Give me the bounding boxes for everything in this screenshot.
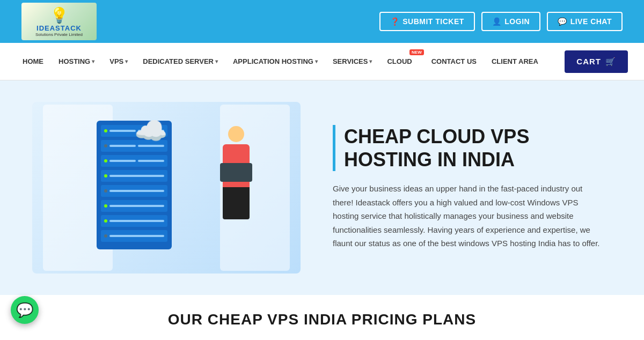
login-button[interactable]: 👤 LOGIN	[481, 12, 540, 31]
rack-unit	[101, 155, 167, 167]
rack-stripe	[109, 160, 136, 162]
nav-home-label: HOME	[23, 57, 43, 65]
rack-stripe	[109, 130, 136, 132]
server-illustration: ☁️	[43, 105, 290, 271]
hero-title-line1: CHEAP CLOUD VPS	[344, 125, 529, 147]
login-icon: 👤	[492, 17, 502, 26]
rack-stripe	[109, 235, 164, 237]
cart-button[interactable]: CART 🛒	[565, 50, 628, 73]
rack-light	[104, 159, 107, 162]
person-head	[228, 126, 244, 142]
nav-cloud[interactable]: CLOUD NEW	[380, 43, 422, 80]
rack-unit	[101, 230, 167, 242]
cart-icon: 🛒	[605, 57, 616, 66]
live-chat-button[interactable]: 💬 LIVE CHAT	[547, 12, 623, 31]
rack-light	[104, 219, 107, 223]
rack-unit	[101, 215, 167, 227]
rack-light	[104, 144, 107, 147]
nav-client-label: CLIENT AREA	[492, 57, 538, 65]
whatsapp-icon: 💬	[16, 302, 33, 319]
submit-ticket-button[interactable]: ❓ SUBMIT TICKET	[379, 12, 475, 31]
brand-subtitle: Solutions Private Limited	[35, 32, 83, 37]
top-buttons: ❓ SUBMIT TICKET 👤 LOGIN 💬 LIVE CHAT	[379, 12, 623, 31]
person-body	[223, 144, 250, 187]
logo[interactable]: 💡 IDEASTACK Solutions Private Limited	[21, 3, 97, 40]
rack-light	[104, 189, 107, 193]
chevron-down-icon: ▾	[369, 58, 372, 64]
rack-stripe	[109, 145, 136, 147]
rack-light	[104, 174, 107, 178]
rack-unit	[101, 185, 167, 197]
nav-services[interactable]: SERVICES ▾	[326, 43, 379, 80]
rack-unit	[101, 170, 167, 182]
rack-stripe	[138, 160, 164, 162]
nav-cloud-label: CLOUD	[387, 57, 412, 65]
top-bar: 💡 IDEASTACK Solutions Private Limited ❓ …	[0, 0, 644, 43]
rack-stripe	[109, 205, 164, 207]
hero-title-line2: HOSTING IN INDIA	[344, 149, 515, 171]
nav-client-area[interactable]: CLIENT AREA	[485, 43, 545, 80]
hero-title: CHEAP CLOUD VPS HOSTING IN INDIA	[344, 125, 612, 171]
nav-application-hosting[interactable]: APPLICATION HOSTING ▾	[226, 43, 324, 80]
nav-dedicated-server[interactable]: DEDICATED SERVER ▾	[136, 43, 224, 80]
nav-hosting-label: HOSTING	[58, 57, 90, 65]
nav-bar: HOME HOSTING ▾ VPS ▾ DEDICATED SERVER ▾ …	[0, 43, 644, 80]
new-badge: NEW	[409, 49, 424, 55]
person-figure	[215, 126, 258, 244]
hero-image: ☁️	[32, 102, 301, 274]
nav-home[interactable]: HOME	[16, 43, 50, 80]
nav-links: HOME HOSTING ▾ VPS ▾ DEDICATED SERVER ▾ …	[16, 43, 545, 80]
rack-light	[104, 129, 107, 132]
rack-stripe	[109, 190, 164, 192]
live-chat-label: LIVE CHAT	[570, 17, 612, 26]
rack-unit	[101, 200, 167, 212]
ticket-icon: ❓	[390, 17, 400, 26]
chevron-down-icon: ▾	[92, 58, 94, 64]
hero-description: Give your business ideas an upper hand i…	[333, 182, 601, 250]
chevron-down-icon: ▾	[215, 58, 218, 64]
rack-stripe	[109, 175, 164, 177]
cloud-icon: ☁️	[134, 115, 167, 146]
cart-label: CART	[576, 57, 601, 66]
login-label: LOGIN	[504, 17, 530, 26]
pricing-section: OUR CHEAP VPS INDIA PRICING PLANS	[0, 295, 644, 339]
submit-ticket-label: SUBMIT TICKET	[402, 17, 464, 26]
rack-stripe	[109, 220, 164, 222]
nav-dedicated-label: DEDICATED SERVER	[143, 57, 214, 65]
nav-hosting[interactable]: HOSTING ▾	[52, 43, 101, 80]
chat-icon: 💬	[558, 17, 567, 26]
nav-vps-label: VPS	[109, 57, 123, 65]
nav-contact-us[interactable]: CONTACT US	[425, 43, 483, 80]
chevron-down-icon: ▾	[125, 58, 128, 64]
person-laptop	[220, 163, 252, 182]
rack-light	[104, 234, 107, 238]
logo-area: 💡 IDEASTACK Solutions Private Limited	[21, 3, 97, 40]
whatsapp-button[interactable]: 💬	[11, 296, 39, 324]
nav-contact-label: CONTACT US	[431, 57, 477, 65]
hero-section: ☁️ CHEAP CLOUD VPS HOSTING IN INDIA Give…	[0, 80, 644, 295]
person-legs	[223, 187, 250, 219]
chevron-down-icon: ▾	[315, 58, 318, 64]
hero-title-bar: CHEAP CLOUD VPS HOSTING IN INDIA	[333, 125, 612, 171]
bulb-icon: 💡	[50, 6, 69, 24]
brand-name: IDEASTACK	[36, 24, 82, 32]
nav-vps[interactable]: VPS ▾	[103, 43, 134, 80]
pricing-title: OUR CHEAP VPS INDIA PRICING PLANS	[32, 311, 612, 328]
nav-services-label: SERVICES	[333, 57, 368, 65]
hero-content: CHEAP CLOUD VPS HOSTING IN INDIA Give yo…	[333, 125, 612, 250]
nav-app-hosting-label: APPLICATION HOSTING	[233, 57, 313, 65]
rack-light	[104, 204, 107, 208]
